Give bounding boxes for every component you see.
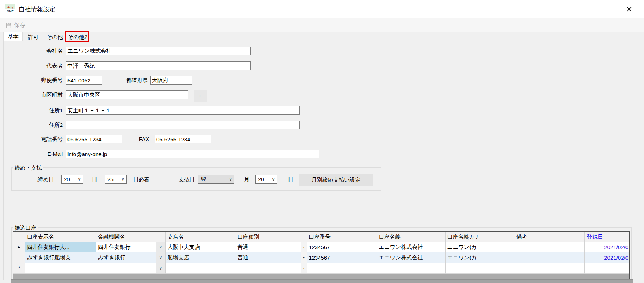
tab-basic[interactable]: 基本 [3,32,23,41]
new-row-header[interactable]: * [13,263,25,274]
save-floppy-icon [5,22,12,28]
save-button[interactable]: 保存 [3,20,28,31]
grid-new-row: * ∨ ▾ [13,263,629,274]
cell-holder-empty[interactable] [377,263,446,274]
monthly-closing-payment-button[interactable]: 月別締め支払い設定 [299,174,373,186]
cell-number-empty[interactable] [307,263,377,274]
postal-code-input[interactable] [66,76,102,85]
cell-bank-empty[interactable]: ∨ [96,263,166,274]
address2-label: 住所2 [22,121,63,129]
maximize-button[interactable] [586,0,615,18]
grid-row-1: ▸ 四井住友銀行大... 四井住友銀行∨ 大阪中央支店 普通▾ 1234567 … [13,242,629,252]
chevron-down-icon: ∨ [78,177,81,182]
cell-number[interactable]: 1234567 [307,242,377,252]
bank-dropdown-button[interactable]: ∨ [156,252,165,263]
minimize-icon [569,9,574,9]
day-suffix-text: 日 [90,176,97,183]
close-button[interactable] [615,0,644,18]
cell-holder-kana-empty[interactable] [446,263,515,274]
city-label: 市区町村 [22,91,63,98]
cell-branch[interactable]: 船場支店 [166,252,236,263]
postal-mark-icon: 〒 [198,93,203,99]
representative-input[interactable] [66,61,251,70]
closing-day-select[interactable]: 20 ∨ [61,175,83,184]
day-suffix-text2: 日 [286,176,294,183]
cell-branch[interactable]: 大阪中央支店 [166,242,236,252]
svg-text:ONE: ONE [7,9,14,13]
column-header-note[interactable]: 備考 [514,232,585,242]
column-header-registered[interactable]: 登録日 [585,232,629,242]
cell-note[interactable] [514,252,585,263]
new-row-icon: * [18,266,20,271]
email-label: E-Mail [22,150,63,158]
email-input[interactable] [66,150,319,158]
cell-holder-kana[interactable]: エニワン(カ [446,252,515,263]
cell-note-empty[interactable] [514,263,585,274]
maximize-icon [598,7,602,11]
column-header-number[interactable]: 口座番号 [307,232,377,242]
window-title: 自社情報設定 [19,5,56,13]
company-name-input[interactable] [66,47,251,55]
payment-month-value: 翌 [201,176,206,183]
cell-holder-kana[interactable]: エニワン(カ [446,242,515,252]
app-logo-icon: Any ONE [5,4,15,14]
toolbar: 保存 [0,18,644,32]
horizontal-scrollbar[interactable] [11,279,633,283]
phone-input[interactable] [66,135,122,143]
cell-holder[interactable]: エニワン株式会社 [377,252,446,263]
payment-day-select[interactable]: 20 ∨ [255,175,277,184]
payment-month-select[interactable]: 翌 ∨ [198,175,234,184]
address2-input[interactable] [66,121,300,129]
chevron-down-icon: ∨ [121,177,124,182]
column-header-bank[interactable]: 金融機関名 [96,232,166,242]
cell-holder[interactable]: エニワン株式会社 [377,242,446,252]
cell-type[interactable]: 普通▾ [235,242,307,252]
annotation-highlight-box [65,31,89,42]
prefecture-input[interactable] [150,76,192,85]
cell-bank[interactable]: みずき銀行∨ [96,252,166,263]
cell-note[interactable] [514,242,585,252]
cell-bank[interactable]: 四井住友銀行∨ [96,242,166,252]
grid-corner-cell[interactable] [13,232,25,242]
arrival-suffix-text: 日必着 [133,176,156,183]
row-header[interactable] [13,252,25,263]
cell-display-name[interactable]: 四井住友銀行大... [25,242,96,252]
row-header-current[interactable]: ▸ [13,242,25,252]
cell-type-empty[interactable]: ▾ [235,263,307,274]
tab-other[interactable]: その他 [44,33,66,41]
cell-number[interactable]: 1234567 [307,252,377,263]
chevron-down-icon: ∨ [272,177,275,182]
type-dropdown-button[interactable]: ▾ [301,263,307,273]
month-suffix-text: 月 [242,176,249,183]
type-dropdown-button[interactable]: ▾ [301,252,307,263]
postal-lookup-button[interactable]: 〒 [194,90,207,102]
chevron-down-icon: ∨ [229,177,232,182]
column-header-holder-kana[interactable]: 口座名義カナ [446,232,515,242]
current-row-icon: ▸ [18,244,20,250]
tab-permission[interactable]: 許可 [24,33,43,41]
column-header-display-name[interactable]: 口座表示名 [25,232,96,242]
cell-registered-empty[interactable] [585,263,629,274]
city-input[interactable] [66,90,188,99]
type-dropdown-button[interactable]: ▾ [301,242,307,252]
representative-label: 代表者 [22,62,63,69]
cell-registered[interactable]: 2021/02/0 [585,252,629,263]
column-header-type[interactable]: 口座種別 [235,232,307,242]
bank-dropdown-button[interactable]: ∨ [156,242,165,252]
cell-type[interactable]: 普通▾ [235,252,307,263]
minimize-button[interactable] [557,0,586,18]
fax-input[interactable] [155,135,211,143]
fax-label: FAX [131,136,149,143]
save-button-label: 保存 [14,21,25,29]
close-icon [627,7,632,12]
cell-display-name[interactable]: みずき銀行船場支... [25,252,96,263]
bank-dropdown-button[interactable]: ∨ [156,263,165,273]
column-header-branch[interactable]: 支店名 [166,232,236,242]
app-window: Any ONE 自社情報設定 保存 基本 許可 その他 その他2 [0,0,644,283]
cell-branch-empty[interactable] [166,263,236,274]
cell-display-name-empty[interactable] [25,263,96,274]
cell-registered[interactable]: 2021/02/0 [585,242,629,252]
arrival-day-select[interactable]: 25 ∨ [105,175,127,184]
address1-input[interactable] [66,106,300,115]
column-header-holder[interactable]: 口座名義 [377,232,446,242]
